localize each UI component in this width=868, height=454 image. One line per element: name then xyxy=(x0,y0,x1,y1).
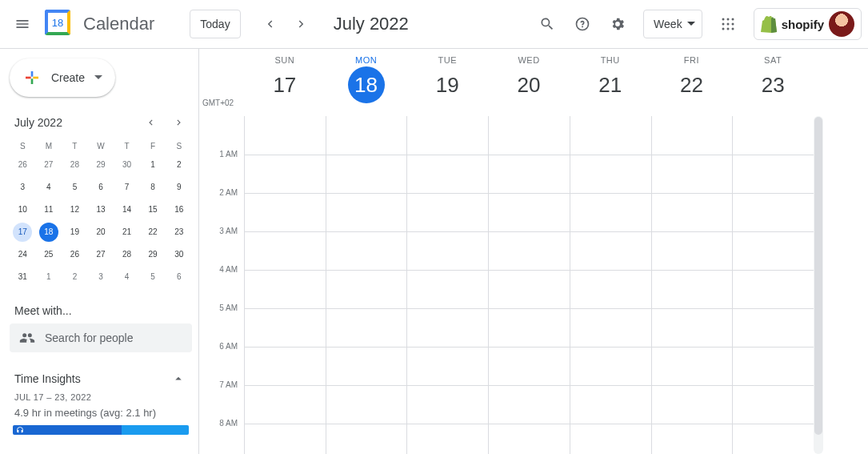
chevron-right-icon xyxy=(294,17,309,31)
mini-calendar-day[interactable]: 28 xyxy=(65,155,84,175)
mini-calendar-day[interactable]: 30 xyxy=(118,155,137,175)
day-header[interactable]: WED20 xyxy=(488,49,570,116)
mini-calendar-day[interactable]: 14 xyxy=(118,200,137,219)
mini-calendar-day[interactable]: 2 xyxy=(170,155,189,175)
mini-calendar-title: July 2022 xyxy=(14,116,62,129)
mini-calendar-day[interactable]: 18 xyxy=(39,223,58,242)
mini-calendar-day[interactable]: 17 xyxy=(13,223,32,242)
mini-calendar-day[interactable]: 7 xyxy=(118,178,137,197)
day-header[interactable]: SUN17 xyxy=(244,49,326,116)
sidebar: Create July 2022 SMTWTFS2627282930123456… xyxy=(0,49,198,454)
day-column[interactable] xyxy=(651,116,733,454)
mini-calendar-day[interactable]: 16 xyxy=(170,200,189,219)
mini-calendar-day[interactable]: 6 xyxy=(91,178,110,197)
mini-calendar-day[interactable]: 26 xyxy=(65,245,84,264)
settings-button[interactable] xyxy=(602,8,634,40)
mini-calendar-day[interactable]: 27 xyxy=(91,245,110,264)
next-period-button[interactable] xyxy=(286,8,318,40)
day-header[interactable]: TUE19 xyxy=(406,49,488,116)
mini-calendar-day[interactable]: 1 xyxy=(39,267,58,287)
mini-calendar-day[interactable]: 21 xyxy=(118,223,137,242)
day-number: 18 xyxy=(348,66,385,103)
user-avatar[interactable] xyxy=(829,11,854,37)
people-icon xyxy=(19,330,35,346)
date-nav xyxy=(254,8,318,40)
mini-calendar-day[interactable]: 10 xyxy=(13,200,32,219)
calendar-grid-inner: 1 AM2 AM3 AM4 AM5 AM6 AM7 AM8 AM9 AM10 A… xyxy=(244,116,814,454)
mini-calendar-day[interactable]: 23 xyxy=(170,223,189,242)
mini-calendar-day[interactable]: 1 xyxy=(143,155,162,175)
day-column[interactable] xyxy=(406,116,488,454)
help-button[interactable] xyxy=(566,8,598,40)
caret-down-icon xyxy=(94,74,102,82)
mini-dow-label: S xyxy=(166,139,192,154)
day-column[interactable] xyxy=(570,116,651,454)
mini-calendar-day[interactable]: 29 xyxy=(91,155,110,175)
mini-calendar-day[interactable]: 5 xyxy=(65,178,84,197)
day-header[interactable]: SAT23 xyxy=(732,49,814,116)
mini-calendar-day[interactable]: 4 xyxy=(118,267,137,287)
time-insights-header[interactable]: Time Insights xyxy=(10,372,192,386)
day-column[interactable] xyxy=(244,116,326,454)
scrollbar-thumb[interactable] xyxy=(814,117,822,435)
mini-calendar-day[interactable]: 9 xyxy=(170,178,189,197)
day-header[interactable]: MON18 xyxy=(326,49,407,116)
apps-button[interactable] xyxy=(712,8,744,40)
mini-calendar-day[interactable]: 8 xyxy=(143,178,162,197)
mini-dow-label: S xyxy=(10,139,36,154)
mini-calendar-day[interactable]: 29 xyxy=(143,245,162,264)
app-header: 18 Calendar Today July 2022 Week shopify xyxy=(0,0,868,49)
mini-calendar-day[interactable]: 6 xyxy=(170,267,189,287)
mini-calendar-day[interactable]: 30 xyxy=(170,245,189,264)
main-menu-button[interactable] xyxy=(6,8,38,40)
search-button[interactable] xyxy=(531,8,563,40)
hour-label: 7 AM xyxy=(202,380,238,389)
calendar-grid-body[interactable]: 1 AM2 AM3 AM4 AM5 AM6 AM7 AM8 AM9 AM10 A… xyxy=(199,116,814,454)
day-abbr: THU xyxy=(570,55,651,65)
mini-next-month[interactable] xyxy=(170,113,189,132)
mini-calendar-day[interactable]: 22 xyxy=(143,223,162,242)
mini-calendar-day[interactable]: 13 xyxy=(91,200,110,219)
mini-calendar-day[interactable]: 2 xyxy=(65,267,84,287)
mini-prev-month[interactable] xyxy=(141,113,160,132)
help-icon xyxy=(574,16,590,32)
headphones-icon xyxy=(16,426,24,434)
mini-calendar-day[interactable]: 3 xyxy=(13,178,32,197)
mini-calendar-day[interactable]: 28 xyxy=(118,245,137,264)
mini-calendar-day[interactable]: 19 xyxy=(65,223,84,242)
mini-calendar-day[interactable]: 3 xyxy=(91,267,110,287)
day-number: 23 xyxy=(754,66,791,103)
day-columns xyxy=(244,116,814,454)
mini-calendar-day[interactable]: 24 xyxy=(13,245,32,264)
svg-point-6 xyxy=(722,28,724,30)
mini-calendar-day[interactable]: 20 xyxy=(91,223,110,242)
mini-calendar-day[interactable]: 31 xyxy=(13,267,32,287)
prev-period-button[interactable] xyxy=(254,8,286,40)
day-column[interactable] xyxy=(732,116,814,454)
mini-calendar-day[interactable]: 25 xyxy=(39,245,58,264)
scrollbar[interactable] xyxy=(814,116,823,454)
mini-calendar-day[interactable]: 15 xyxy=(143,200,162,219)
search-people-input[interactable]: Search for people xyxy=(10,323,192,352)
day-number: 20 xyxy=(510,66,547,103)
day-column[interactable] xyxy=(326,116,407,454)
day-column[interactable] xyxy=(488,116,570,454)
mini-calendar-day[interactable]: 5 xyxy=(143,267,162,287)
mini-calendar-day[interactable]: 4 xyxy=(39,178,58,197)
mini-dow-label: W xyxy=(88,139,114,154)
shopify-account[interactable]: shopify xyxy=(754,8,862,40)
day-header[interactable]: THU21 xyxy=(570,49,651,116)
chevron-up-icon xyxy=(171,372,186,386)
calendar-logo[interactable]: 18 xyxy=(45,10,74,38)
current-period-title: July 2022 xyxy=(334,14,409,34)
mini-calendar-day[interactable]: 11 xyxy=(39,200,58,219)
mini-dow-label: T xyxy=(114,139,140,154)
mini-calendar-day[interactable]: 12 xyxy=(65,200,84,219)
today-button[interactable]: Today xyxy=(190,10,240,38)
day-header[interactable]: FRI22 xyxy=(651,49,733,116)
mini-calendar-day[interactable]: 27 xyxy=(39,155,58,175)
insights-bar-segment-2 xyxy=(122,425,189,435)
create-button[interactable]: Create xyxy=(10,58,115,97)
view-selector[interactable]: Week xyxy=(643,10,702,38)
mini-calendar-day[interactable]: 26 xyxy=(13,155,32,175)
